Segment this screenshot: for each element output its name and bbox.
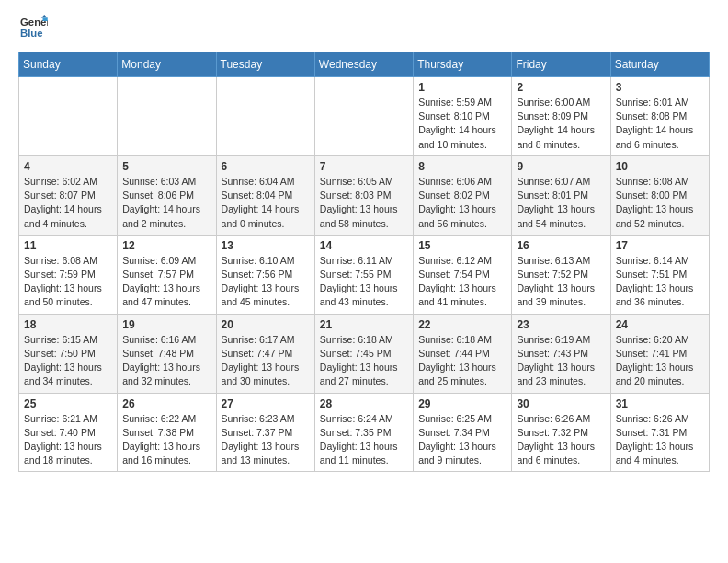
calendar-week-row: 4Sunrise: 6:02 AMSunset: 8:07 PMDaylight… (19, 155, 710, 235)
day-number: 10 (616, 160, 704, 173)
day-info: Sunrise: 6:03 AMSunset: 8:06 PMDaylight:… (122, 175, 210, 231)
day-number: 19 (122, 318, 210, 331)
day-info: Sunrise: 6:13 AMSunset: 7:52 PMDaylight:… (517, 254, 605, 310)
calendar-week-row: 1Sunrise: 5:59 AMSunset: 8:10 PMDaylight… (19, 77, 710, 156)
calendar-cell: 16Sunrise: 6:13 AMSunset: 7:52 PMDayligh… (512, 235, 610, 314)
calendar-cell: 12Sunrise: 6:09 AMSunset: 7:57 PMDayligh… (118, 235, 216, 314)
calendar-cell: 22Sunrise: 6:18 AMSunset: 7:44 PMDayligh… (414, 314, 512, 393)
day-number: 7 (320, 160, 408, 173)
day-number: 12 (122, 239, 210, 252)
day-number: 29 (418, 397, 506, 410)
calendar-cell: 25Sunrise: 6:21 AMSunset: 7:40 PMDayligh… (19, 393, 118, 472)
day-info: Sunrise: 6:26 AMSunset: 7:32 PMDaylight:… (517, 412, 605, 468)
day-info: Sunrise: 6:12 AMSunset: 7:54 PMDaylight:… (418, 254, 506, 310)
day-number: 20 (222, 318, 310, 331)
day-info: Sunrise: 6:04 AMSunset: 8:04 PMDaylight:… (222, 175, 310, 231)
calendar-cell: 18Sunrise: 6:15 AMSunset: 7:50 PMDayligh… (19, 314, 118, 393)
day-info: Sunrise: 6:07 AMSunset: 8:01 PMDaylight:… (517, 175, 605, 231)
weekday-header: Friday (512, 52, 610, 77)
calendar-cell: 4Sunrise: 6:02 AMSunset: 8:07 PMDaylight… (19, 155, 118, 235)
day-number: 18 (24, 318, 112, 331)
day-info: Sunrise: 6:06 AMSunset: 8:02 PMDaylight:… (418, 175, 506, 231)
calendar-cell: 24Sunrise: 6:20 AMSunset: 7:41 PMDayligh… (610, 314, 709, 393)
day-info: Sunrise: 6:21 AMSunset: 7:40 PMDaylight:… (24, 412, 112, 468)
day-info: Sunrise: 6:25 AMSunset: 7:34 PMDaylight:… (418, 412, 506, 468)
calendar-cell: 29Sunrise: 6:25 AMSunset: 7:34 PMDayligh… (414, 393, 512, 472)
day-number: 14 (320, 239, 408, 252)
calendar-cell: 23Sunrise: 6:19 AMSunset: 7:43 PMDayligh… (512, 314, 610, 393)
weekday-header: Tuesday (216, 52, 314, 77)
day-number: 13 (222, 239, 310, 252)
day-number: 27 (222, 397, 310, 410)
calendar-cell (19, 77, 118, 156)
day-info: Sunrise: 6:08 AMSunset: 8:00 PMDaylight:… (616, 175, 704, 231)
day-info: Sunrise: 6:20 AMSunset: 7:41 PMDaylight:… (616, 333, 704, 389)
calendar-cell: 5Sunrise: 6:03 AMSunset: 8:06 PMDaylight… (118, 155, 216, 235)
day-number: 28 (320, 397, 408, 410)
day-number: 8 (418, 160, 506, 173)
page-header: General Blue (18, 15, 710, 40)
calendar-cell: 15Sunrise: 6:12 AMSunset: 7:54 PMDayligh… (414, 235, 512, 314)
day-info: Sunrise: 6:05 AMSunset: 8:03 PMDaylight:… (320, 175, 408, 231)
logo: General Blue (18, 15, 48, 40)
day-number: 3 (616, 81, 704, 94)
weekday-header: Wednesday (314, 52, 413, 77)
day-info: Sunrise: 6:15 AMSunset: 7:50 PMDaylight:… (24, 333, 112, 389)
weekday-header: Thursday (414, 52, 512, 77)
day-info: Sunrise: 6:16 AMSunset: 7:48 PMDaylight:… (122, 333, 210, 389)
calendar-cell: 7Sunrise: 6:05 AMSunset: 8:03 PMDaylight… (314, 155, 413, 235)
day-info: Sunrise: 6:01 AMSunset: 8:08 PMDaylight:… (616, 96, 704, 152)
calendar-cell: 31Sunrise: 6:26 AMSunset: 7:31 PMDayligh… (610, 393, 709, 472)
svg-marker-3 (43, 18, 48, 22)
day-info: Sunrise: 6:23 AMSunset: 7:37 PMDaylight:… (222, 412, 310, 468)
calendar-cell: 17Sunrise: 6:14 AMSunset: 7:51 PMDayligh… (610, 235, 709, 314)
calendar-cell: 19Sunrise: 6:16 AMSunset: 7:48 PMDayligh… (118, 314, 216, 393)
day-info: Sunrise: 6:26 AMSunset: 7:31 PMDaylight:… (616, 412, 704, 468)
weekday-header: Sunday (19, 52, 118, 77)
calendar-cell: 27Sunrise: 6:23 AMSunset: 7:37 PMDayligh… (216, 393, 314, 472)
day-info: Sunrise: 6:08 AMSunset: 7:59 PMDaylight:… (24, 254, 112, 310)
day-number: 1 (418, 81, 506, 94)
day-number: 11 (24, 239, 112, 252)
day-info: Sunrise: 6:18 AMSunset: 7:44 PMDaylight:… (418, 333, 506, 389)
calendar-cell: 8Sunrise: 6:06 AMSunset: 8:02 PMDaylight… (414, 155, 512, 235)
calendar-week-row: 25Sunrise: 6:21 AMSunset: 7:40 PMDayligh… (19, 393, 710, 472)
day-number: 17 (616, 239, 704, 252)
day-number: 21 (320, 318, 408, 331)
logo-icon: General Blue (18, 15, 48, 40)
day-number: 26 (122, 397, 210, 410)
day-info: Sunrise: 6:09 AMSunset: 7:57 PMDaylight:… (122, 254, 210, 310)
day-number: 25 (24, 397, 112, 410)
day-number: 4 (24, 160, 112, 173)
calendar-cell: 9Sunrise: 6:07 AMSunset: 8:01 PMDaylight… (512, 155, 610, 235)
calendar-cell: 1Sunrise: 5:59 AMSunset: 8:10 PMDaylight… (414, 77, 512, 156)
day-info: Sunrise: 6:22 AMSunset: 7:38 PMDaylight:… (122, 412, 210, 468)
day-number: 30 (517, 397, 605, 410)
day-number: 22 (418, 318, 506, 331)
day-info: Sunrise: 6:24 AMSunset: 7:35 PMDaylight:… (320, 412, 408, 468)
calendar-cell (314, 77, 413, 156)
day-info: Sunrise: 6:18 AMSunset: 7:45 PMDaylight:… (320, 333, 408, 389)
calendar-table: SundayMondayTuesdayWednesdayThursdayFrid… (18, 52, 710, 472)
weekday-header: Saturday (610, 52, 709, 77)
day-info: Sunrise: 6:17 AMSunset: 7:47 PMDaylight:… (222, 333, 310, 389)
day-number: 5 (122, 160, 210, 173)
weekday-header: Monday (118, 52, 216, 77)
day-info: Sunrise: 5:59 AMSunset: 8:10 PMDaylight:… (418, 96, 506, 152)
day-info: Sunrise: 6:00 AMSunset: 8:09 PMDaylight:… (517, 96, 605, 152)
day-number: 9 (517, 160, 605, 173)
day-number: 31 (616, 397, 704, 410)
calendar-week-row: 11Sunrise: 6:08 AMSunset: 7:59 PMDayligh… (19, 235, 710, 314)
calendar-cell: 11Sunrise: 6:08 AMSunset: 7:59 PMDayligh… (19, 235, 118, 314)
day-info: Sunrise: 6:10 AMSunset: 7:56 PMDaylight:… (222, 254, 310, 310)
svg-text:Blue: Blue (20, 28, 43, 39)
calendar-cell: 14Sunrise: 6:11 AMSunset: 7:55 PMDayligh… (314, 235, 413, 314)
calendar-cell: 13Sunrise: 6:10 AMSunset: 7:56 PMDayligh… (216, 235, 314, 314)
day-number: 6 (222, 160, 310, 173)
calendar-week-row: 18Sunrise: 6:15 AMSunset: 7:50 PMDayligh… (19, 314, 710, 393)
day-info: Sunrise: 6:19 AMSunset: 7:43 PMDaylight:… (517, 333, 605, 389)
calendar-cell: 10Sunrise: 6:08 AMSunset: 8:00 PMDayligh… (610, 155, 709, 235)
calendar-cell: 6Sunrise: 6:04 AMSunset: 8:04 PMDaylight… (216, 155, 314, 235)
day-number: 24 (616, 318, 704, 331)
calendar-cell: 2Sunrise: 6:00 AMSunset: 8:09 PMDaylight… (512, 77, 610, 156)
